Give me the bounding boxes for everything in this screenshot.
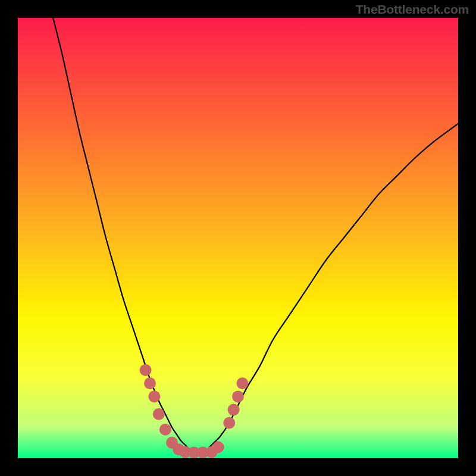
highlight-dot: [159, 424, 171, 436]
bottleneck-chart: [18, 18, 458, 458]
chart-frame: TheBottleneck.com: [0, 0, 476, 476]
plot-area: [18, 18, 458, 458]
highlight-dot: [228, 404, 240, 416]
highlight-dot: [232, 390, 244, 402]
highlight-dot: [140, 364, 152, 376]
highlight-dot: [153, 408, 165, 420]
highlight-dot: [148, 390, 160, 402]
watermark-text: TheBottleneck.com: [356, 2, 469, 17]
highlight-dot: [212, 441, 224, 453]
highlight-dot: [223, 417, 235, 429]
highlight-dot: [144, 377, 156, 389]
highlight-dot: [236, 377, 248, 389]
